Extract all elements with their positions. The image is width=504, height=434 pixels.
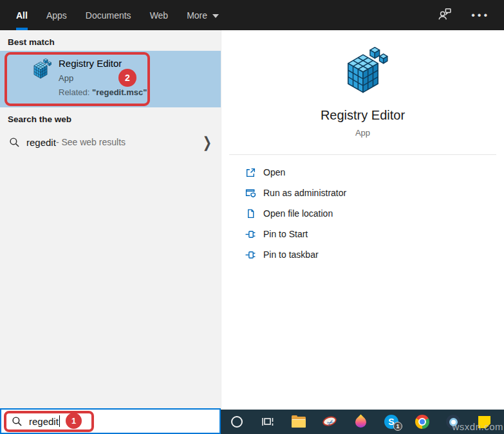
result-related: Related: "regedit.msc" (59, 87, 147, 98)
result-title: Registry Editor (59, 57, 147, 69)
more-options-icon[interactable]: ••• (471, 10, 490, 21)
tab-web[interactable]: Web (150, 0, 169, 30)
search-icon (12, 416, 23, 427)
action-pin-to-taskbar[interactable]: Pin to taskbar (221, 244, 504, 265)
detail-subtitle: App (221, 128, 504, 138)
task-view-icon[interactable] (261, 415, 275, 429)
search-input-value: regedit (29, 416, 59, 427)
tab-all[interactable]: All (16, 0, 28, 30)
result-detail-panel: Registry Editor App Open Run as administ… (221, 30, 504, 410)
registry-editor-icon (30, 59, 51, 80)
chrome-icon[interactable] (415, 415, 429, 429)
action-run-as-administrator[interactable]: Run as administrator (221, 183, 504, 203)
tab-documents-label: Documents (86, 10, 131, 21)
cortana-icon[interactable] (230, 415, 244, 429)
action-open[interactable]: Open (221, 162, 504, 183)
snipping-tool-icon[interactable]: ✂ (322, 415, 337, 429)
search-filter-bar: All Apps Documents Web More ••• (0, 0, 504, 30)
registry-editor-icon (338, 47, 388, 97)
open-icon (245, 167, 256, 178)
divider (229, 154, 496, 155)
web-search-result[interactable]: regedit - See web results ❯ (0, 128, 221, 156)
web-query: regedit (26, 137, 56, 148)
pin-icon (245, 229, 256, 240)
action-open-label: Open (263, 167, 285, 177)
chevron-down-icon (212, 14, 219, 18)
chevron-right-icon[interactable]: ❯ (203, 135, 212, 150)
run-as-admin-icon (245, 188, 256, 199)
tab-web-label: Web (150, 10, 169, 21)
tab-more[interactable]: More (187, 0, 219, 30)
related-value: "regedit.msc" (92, 87, 147, 97)
paint3d-icon[interactable] (353, 415, 368, 429)
best-match-result[interactable]: Registry Editor App Related: "regedit.ms… (0, 51, 221, 107)
skype-icon[interactable]: S 1 (384, 415, 398, 429)
best-match-section-label: Best match (0, 30, 221, 51)
action-open-file-location-label: Open file location (263, 208, 333, 219)
action-run-as-administrator-label: Run as administrator (263, 188, 346, 198)
action-pin-to-start-label: Pin to Start (263, 229, 308, 239)
web-query-suffix: - See web results (56, 137, 126, 147)
tab-documents[interactable]: Documents (86, 0, 131, 30)
action-pin-to-taskbar-label: Pin to taskbar (263, 249, 319, 260)
watermark: wsxdn.com (452, 421, 503, 432)
open-file-location-icon (245, 208, 256, 219)
text-caret (59, 415, 61, 427)
result-type: App (59, 73, 147, 84)
tab-apps-label: Apps (46, 10, 67, 21)
tab-all-label: All (16, 10, 28, 21)
action-list: Open Run as administrator Open file loca… (221, 162, 504, 265)
taskbar: ✂ S 1 wsxdn.com (221, 410, 504, 434)
file-explorer-icon[interactable] (292, 415, 306, 429)
skype-badge: 1 (393, 422, 402, 431)
search-icon (9, 137, 20, 148)
action-pin-to-start[interactable]: Pin to Start (221, 224, 504, 244)
feedback-icon[interactable] (438, 7, 452, 24)
pin-icon (245, 249, 256, 260)
search-results-panel: Best match Registry Editor App Related: … (0, 30, 221, 408)
tab-more-label: More (187, 10, 207, 21)
filter-tabs: All Apps Documents Web More (0, 0, 504, 30)
action-open-file-location[interactable]: Open file location (221, 203, 504, 224)
related-prefix: Related: (59, 87, 92, 97)
detail-title: Registry Editor (221, 108, 504, 123)
web-section-label: Search the web (0, 107, 221, 128)
tab-apps[interactable]: Apps (46, 0, 67, 30)
annotation-badge-1: 1 (66, 413, 82, 429)
search-input[interactable]: regedit 1 (0, 408, 221, 434)
